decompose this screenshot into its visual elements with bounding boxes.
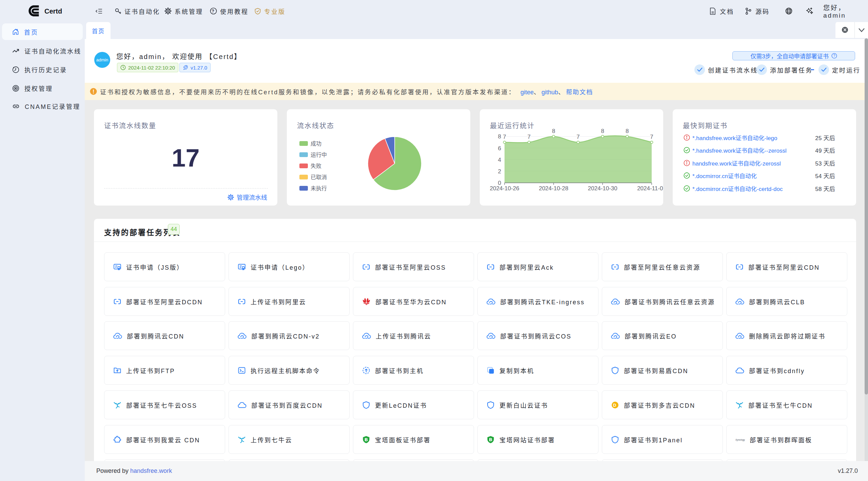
svg-text:7: 7: [576, 134, 579, 140]
svg-text:?: ?: [212, 9, 215, 14]
svg-text:7: 7: [528, 134, 531, 140]
svg-text:2: 2: [498, 168, 501, 175]
svg-text:已取消: 已取消: [311, 174, 327, 180]
svg-text:8: 8: [552, 128, 555, 134]
svg-text:6: 6: [498, 145, 501, 152]
svg-text:7: 7: [503, 134, 506, 140]
svg-text:8: 8: [498, 133, 501, 140]
svg-text:未执行: 未执行: [311, 186, 327, 191]
svg-text:2024-10-26: 2024-10-26: [490, 185, 519, 192]
svg-text:2024-10-30: 2024-10-30: [588, 185, 617, 192]
svg-text:?: ?: [833, 54, 835, 58]
svg-text:运行中: 运行中: [311, 152, 327, 158]
svg-text:2024-11-01: 2024-11-01: [637, 185, 663, 192]
svg-text:成功: 成功: [311, 141, 321, 147]
svg-text:2024-10-28: 2024-10-28: [539, 185, 568, 192]
svg-text:Synology: Synology: [735, 439, 745, 441]
svg-text:4: 4: [498, 157, 501, 163]
svg-text:8: 8: [601, 128, 604, 134]
svg-text:8: 8: [626, 128, 629, 134]
svg-text:7: 7: [650, 134, 653, 140]
svg-text:D: D: [613, 403, 617, 408]
svg-text:失败: 失败: [311, 163, 321, 169]
